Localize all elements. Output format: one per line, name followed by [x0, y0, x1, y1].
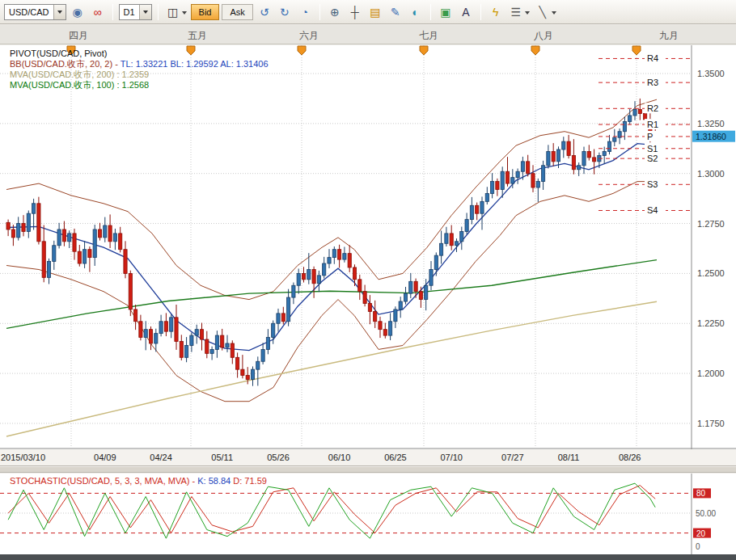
period-combo-dropdown[interactable] [139, 5, 151, 19]
month-label: 六月 [299, 29, 319, 43]
pivot-level-label: P [647, 132, 653, 141]
trading-app-window: USD/CAD ◉∞ D1 ◫ Bid Ask ↺↻◔⊕┼▤✎◐▣Aϟ☰╲ 四月… [0, 0, 736, 560]
crosshair-icon[interactable]: ┼ [346, 3, 364, 21]
toolbar-icon-group-2: ◫ [164, 3, 188, 21]
text-tool-icon[interactable]: A [457, 3, 475, 21]
objects-list-icon-dropdown[interactable] [525, 11, 530, 15]
date-tick-label: 08/26 [619, 453, 641, 462]
pivot-level-label: S3 [647, 179, 658, 189]
date-axis: 2015/03/1004/0904/2405/1105/2606/1006/25… [0, 449, 736, 466]
bollinger-indicator-label: BB(USD/CAD.收市, 20, 2) - TL: 1.33221 BL: … [10, 59, 269, 69]
flash-icon[interactable]: ϟ [487, 3, 505, 21]
date-tick-label: 06/25 [384, 453, 407, 462]
stoch-level-label: 80 [696, 489, 706, 498]
period-combo[interactable]: D1 [119, 4, 152, 20]
toolbar-separator [480, 4, 481, 20]
stochastic-panel[interactable]: 8050.00200 [0, 474, 736, 554]
last-price-tag: 1.31860 [692, 131, 735, 142]
bid-button[interactable]: Bid [191, 4, 220, 20]
date-tick-label: 04/24 [150, 453, 172, 462]
ask-button[interactable]: Ask [222, 4, 252, 20]
stoch-axis: 8050.00200 [692, 474, 716, 554]
chart-type-icon-dropdown[interactable] [182, 11, 187, 15]
panel-splitter[interactable] [0, 467, 736, 473]
date-tick-label: 2015/03/10 [1, 453, 45, 462]
note-icon[interactable]: ▤ [366, 3, 384, 21]
stochastic-chart[interactable]: 8050.00200 [0, 474, 736, 554]
candles-layer [6, 99, 657, 386]
toolbar-icon-group-1: ◉∞ [69, 3, 107, 21]
pivot-level-label: R1 [647, 120, 658, 129]
image-icon[interactable]: ▣ [437, 3, 455, 21]
trendline-icon[interactable]: ╲ [534, 3, 552, 21]
price-tick-label: 1.2250 [697, 318, 725, 328]
pivot-level-label: R3 [647, 78, 658, 87]
month-label: 四月 [69, 29, 88, 43]
symbol-combo-dropdown[interactable] [53, 5, 66, 19]
date-tick-label: 07/27 [501, 453, 524, 462]
toolbar-icon-group-3: ↺↻◔⊕┼▤✎◐▣Aϟ☰╲ [256, 3, 558, 21]
chevron-down-icon [57, 11, 62, 14]
stoch-level-label: 50.00 [696, 509, 716, 518]
month-ruler: 四月五月六月七月八月九月 [0, 25, 736, 44]
trendline-icon-dropdown[interactable] [552, 11, 556, 15]
date-tick-label: 05/11 [211, 453, 233, 462]
date-tick-label: 04/09 [94, 453, 116, 462]
main-chart[interactable]: R4R3R2R1PS1S2S3S41.35001.32501.30001.275… [0, 45, 736, 449]
toolbar-separator [430, 4, 431, 20]
main-chart-panel[interactable]: R4R3R2R1PS1S2S3S41.35001.32501.30001.275… [0, 45, 736, 449]
mva200-indicator-label: MVA(USD/CAD.收市, 200) : 1.2359 [10, 69, 269, 80]
month-label: 八月 [534, 29, 553, 43]
month-start-marker [420, 46, 428, 55]
month-start-marker [531, 46, 539, 55]
objects-list-icon[interactable]: ☰ [507, 3, 525, 21]
price-tick-label: 1.1750 [697, 419, 725, 428]
indicator-labels: PIVOT(USD/CAD, Pivot) BB(USD/CAD.收市, 20,… [10, 48, 269, 91]
stoch-k-line [8, 483, 655, 538]
zoom-in-icon[interactable]: ⊕ [326, 3, 344, 21]
pencil-icon[interactable]: ✎ [387, 3, 404, 21]
zoom-reset-icon[interactable]: ◔ [296, 3, 314, 21]
pivot-level-label: S2 [647, 154, 658, 163]
price-tick-label: 1.3000 [697, 169, 725, 179]
period-combo-value: D1 [120, 5, 139, 19]
date-tick-label: 05/26 [267, 453, 290, 462]
month-label: 九月 [659, 29, 679, 43]
price-tick-label: 1.2500 [697, 268, 725, 278]
symbol-combo[interactable]: USD/CAD [4, 4, 66, 20]
window-bottom-bar [0, 554, 736, 560]
last-price-value: 1.31860 [696, 132, 726, 141]
stoch-level-label: 0 [696, 542, 700, 551]
pivot-level-label: S4 [647, 205, 658, 215]
stoch-level-label: 20 [696, 529, 706, 538]
month-label: 五月 [188, 29, 207, 43]
zoom-back-icon[interactable]: ↺ [256, 3, 273, 21]
pivot-level-label: R4 [647, 53, 658, 63]
pivot-level-label: S1 [647, 144, 658, 154]
month-start-marker [632, 46, 641, 55]
price-tick-label: 1.3250 [697, 119, 725, 128]
chart-magnifier-icon[interactable]: ◉ [69, 3, 87, 21]
date-tick-label: 06/10 [328, 453, 351, 462]
chevron-down-icon [143, 11, 148, 14]
mva100-indicator-label: MVA(USD/CAD.收市, 100) : 1.2568 [10, 80, 269, 91]
date-tick-label: 08/11 [558, 453, 580, 462]
month-label: 七月 [419, 29, 438, 43]
month-start-marker [298, 46, 306, 55]
mva-200-line [6, 301, 657, 436]
toolbar-separator [112, 4, 113, 20]
indicator-glasses-icon[interactable]: ∞ [89, 3, 107, 21]
chart-type-icon[interactable]: ◫ [164, 3, 182, 21]
stochastic-indicator-label: STOCHASTIC(USD/CAD, 5, 3, 3, MVA, MVA) -… [10, 476, 267, 486]
date-tick-label: 07/10 [440, 453, 463, 462]
pivot-level-label: R2 [647, 103, 658, 113]
pivot-indicator-label: PIVOT(USD/CAD, Pivot) [10, 48, 269, 59]
toolbar-separator [319, 4, 320, 20]
price-tick-label: 1.2750 [697, 219, 725, 229]
symbol-combo-value: USD/CAD [5, 5, 53, 19]
price-tick-label: 1.3500 [697, 69, 725, 78]
globe-icon[interactable]: ◐ [407, 3, 425, 21]
price-tick-label: 1.2000 [697, 368, 725, 378]
main-toolbar: USD/CAD ◉∞ D1 ◫ Bid Ask ↺↻◔⊕┼▤✎◐▣Aϟ☰╲ [0, 0, 736, 24]
zoom-forward-icon[interactable]: ↻ [276, 3, 294, 21]
